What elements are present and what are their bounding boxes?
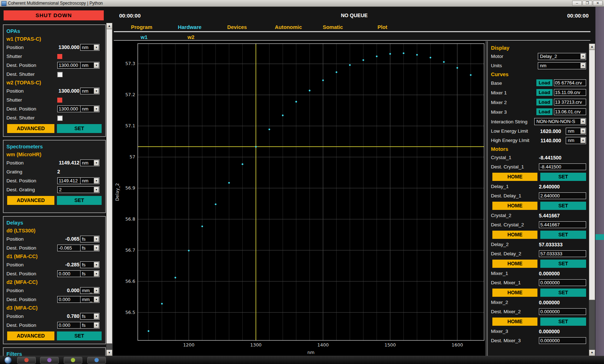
tuning-curve-plot[interactable]: 1200130014001500160057.357.257.15756.956… — [113, 41, 486, 356]
set-button[interactable]: SET — [57, 124, 102, 133]
taskbar-app-red[interactable] — [17, 357, 36, 364]
motor-select[interactable]: Delay_2▼ — [538, 53, 586, 60]
units-select[interactable]: mm_▼ — [80, 296, 99, 303]
units-select[interactable]: mm_▼ — [80, 287, 99, 294]
home-button[interactable]: HOME — [492, 173, 537, 181]
maximize-button[interactable]: ❐ — [583, 1, 592, 6]
field-label: Position — [6, 288, 24, 293]
motor-value: 57.033333 — [539, 240, 562, 249]
home-button[interactable]: HOME — [492, 289, 537, 297]
scroll-down-icon[interactable]: ▼ — [106, 350, 112, 356]
curve-file-input[interactable]: 13.06.01.crv — [554, 108, 586, 115]
dest-input[interactable]: 0.000000 — [539, 279, 586, 286]
field-label: Dest. Mixer_2 — [491, 309, 521, 314]
units-select[interactable]: fs▼ — [80, 322, 99, 329]
dest-input[interactable]: 0.000000 — [539, 337, 586, 344]
dest-input[interactable]: 57.033333 — [539, 250, 586, 257]
group-name: d0 (LTS300) — [6, 227, 102, 235]
taskbar-app-blue[interactable] — [87, 357, 106, 364]
plot-canvas[interactable]: 1200130014001500160057.357.257.15756.956… — [113, 41, 486, 356]
units-select[interactable]: fs▼ — [80, 261, 99, 268]
set-button[interactable]: SET — [57, 196, 102, 205]
shutter-checkbox[interactable] — [57, 115, 63, 121]
field-label: Dest. Position — [6, 245, 36, 251]
home-button[interactable]: HOME — [492, 260, 537, 268]
advanced-button[interactable]: ADVANCED — [7, 196, 54, 205]
shutter-checkbox[interactable] — [57, 72, 63, 77]
dest-input[interactable]: 0.000000 — [539, 308, 586, 315]
scroll-thumb[interactable] — [106, 29, 112, 344]
home-button[interactable]: HOME — [492, 231, 537, 239]
curve-file-input[interactable]: 15.11.09.crv — [554, 89, 586, 96]
close-button[interactable]: ✕ — [593, 1, 603, 6]
scroll-down-icon[interactable]: ▼ — [589, 350, 595, 356]
display-header: Display — [491, 44, 589, 52]
units-select[interactable]: nm▼ — [80, 105, 99, 112]
y-tick-label: 57.1 — [125, 123, 135, 128]
curve-file-input[interactable]: 05 67764.crv — [554, 79, 586, 86]
tab-hardware[interactable]: Hardware — [178, 24, 201, 30]
subtab-w1[interactable]: w1 — [141, 34, 147, 40]
units-select[interactable]: nm▼ — [566, 128, 586, 135]
units-select[interactable]: nm▼ — [80, 88, 99, 94]
tab-plot[interactable]: Plot — [378, 24, 387, 30]
dest-input[interactable]: 2.640000 — [539, 192, 586, 199]
set-button[interactable]: SET — [540, 202, 586, 210]
motor-row: Crystal_1-8.441500 — [491, 153, 589, 162]
motor-row: Crystal_25.441667 — [491, 211, 589, 220]
start-button[interactable] — [4, 356, 12, 364]
scroll-thumb[interactable] — [589, 50, 595, 300]
set-button[interactable]: SET — [540, 260, 586, 268]
units-select[interactable]: fs▼ — [80, 236, 99, 242]
panel-scrollbar[interactable]: ▲▼ — [589, 44, 595, 356]
scroll-up-icon[interactable]: ▲ — [106, 23, 112, 29]
sidebar-scrollbar[interactable]: ▲▼ — [106, 23, 112, 356]
interaction-select[interactable]: NON-NON-NON-S▼ — [534, 118, 586, 125]
shutdown-button[interactable]: SHUT DOWN — [4, 10, 104, 20]
units-select[interactable]: nm▼ — [80, 159, 99, 166]
set-button[interactable]: SET — [540, 318, 586, 326]
minimize-button[interactable]: – — [572, 1, 582, 6]
scroll-up-icon[interactable]: ▲ — [589, 44, 595, 50]
load-button[interactable]: Load — [536, 108, 552, 115]
units-select[interactable]: nm▼ — [80, 177, 99, 184]
tab-devices[interactable]: Devices — [227, 24, 247, 30]
dest-input[interactable]: 5.441667 — [539, 221, 586, 228]
home-button[interactable]: HOME — [492, 202, 537, 210]
motor-value: -8.441500 — [539, 153, 561, 162]
motor-dest-row: Dest. Crystal_25.441667 — [491, 220, 589, 230]
dest-input[interactable]: -8.441500 — [539, 163, 586, 170]
taskbar-app-green[interactable] — [64, 357, 82, 364]
units-select[interactable]: fs▼ — [80, 245, 99, 251]
field-label: Dest. Delay_1 — [491, 193, 521, 198]
chevron-down-icon: ▼ — [94, 271, 99, 276]
units-select[interactable]: nm▼ — [566, 137, 586, 144]
units-select[interactable]: nm▼ — [80, 44, 99, 51]
units-select[interactable]: nm▼ — [80, 62, 99, 69]
grating-select[interactable]: 2▼ — [57, 186, 99, 193]
home-button[interactable]: HOME — [492, 318, 537, 326]
set-button[interactable]: SET — [57, 331, 102, 340]
taskbar-app-purple[interactable] — [40, 357, 59, 364]
tab-autonomic[interactable]: Autonomic — [275, 24, 302, 30]
data-point — [295, 101, 297, 103]
tab-somatic[interactable]: Somatic — [323, 24, 343, 30]
load-button[interactable]: Load — [536, 99, 552, 105]
set-button[interactable]: SET — [540, 289, 586, 297]
advanced-button[interactable]: ADVANCED — [7, 331, 54, 340]
units-select[interactable]: fs▼ — [80, 270, 99, 277]
app-icon — [1, 1, 6, 6]
units-select[interactable]: fs▼ — [80, 313, 99, 320]
set-button[interactable]: SET — [540, 173, 586, 181]
motor-select[interactable]: nm▼ — [538, 62, 586, 69]
tab-program[interactable]: Program — [131, 24, 152, 30]
set-button[interactable]: SET — [540, 231, 586, 239]
motor-button-row: HOMESET — [491, 230, 589, 240]
field-row: Dest. Position1300.000nm▼ — [6, 61, 102, 70]
subtab-w2[interactable]: w2 — [187, 34, 194, 40]
load-button[interactable]: Load — [536, 89, 552, 96]
field-value: -0.285 — [65, 260, 79, 269]
load-button[interactable]: Load — [536, 79, 552, 86]
curve-file-input[interactable]: 13 37213.crv — [554, 99, 586, 105]
advanced-button[interactable]: ADVANCED — [7, 124, 54, 133]
